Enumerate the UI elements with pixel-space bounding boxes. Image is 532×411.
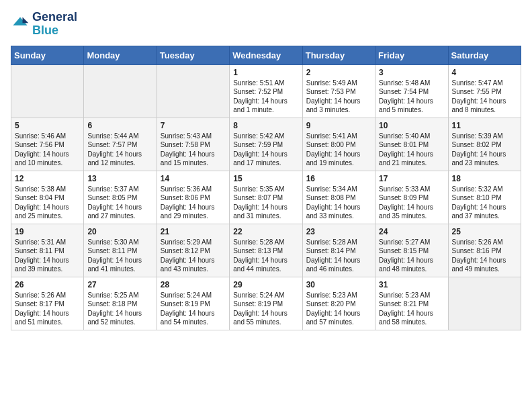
calendar-cell (84, 64, 157, 118)
calendar-header-row: SundayMondayTuesdayWednesdayThursdayFrid… (11, 46, 521, 64)
day-number: 7 (161, 121, 226, 130)
calendar-cell (11, 64, 84, 118)
calendar-cell (157, 64, 229, 118)
calendar-cell: 12Sunrise: 5:38 AM Sunset: 8:04 PM Dayli… (11, 171, 84, 224)
cell-info: Sunrise: 5:28 AM Sunset: 8:13 PM Dayligh… (233, 238, 298, 274)
page-header: General Blue (11, 11, 521, 38)
cell-info: Sunrise: 5:25 AM Sunset: 8:18 PM Dayligh… (87, 291, 152, 327)
cell-info: Sunrise: 5:26 AM Sunset: 8:16 PM Dayligh… (452, 238, 517, 274)
day-number: 24 (379, 227, 444, 236)
calendar-day-header: Sunday (11, 46, 84, 64)
cell-info: Sunrise: 5:27 AM Sunset: 8:15 PM Dayligh… (379, 238, 444, 274)
calendar-cell: 21Sunrise: 5:29 AM Sunset: 8:12 PM Dayli… (157, 224, 229, 277)
day-number: 10 (379, 121, 444, 130)
cell-info: Sunrise: 5:48 AM Sunset: 7:54 PM Dayligh… (379, 79, 444, 115)
day-number: 25 (452, 227, 517, 236)
day-number: 18 (452, 174, 517, 183)
day-number: 19 (15, 227, 80, 236)
day-number: 15 (233, 174, 298, 183)
cell-info: Sunrise: 5:49 AM Sunset: 7:53 PM Dayligh… (306, 79, 371, 115)
day-number: 16 (306, 174, 371, 183)
calendar-cell: 14Sunrise: 5:36 AM Sunset: 8:06 PM Dayli… (157, 171, 229, 224)
day-number: 13 (87, 174, 152, 183)
calendar-cell: 10Sunrise: 5:40 AM Sunset: 8:01 PM Dayli… (375, 118, 448, 171)
day-number: 3 (379, 68, 444, 77)
calendar-week-row: 1Sunrise: 5:51 AM Sunset: 7:52 PM Daylig… (11, 64, 521, 118)
cell-info: Sunrise: 5:41 AM Sunset: 8:00 PM Dayligh… (306, 132, 371, 168)
logo-icon (11, 15, 30, 34)
calendar-cell: 6Sunrise: 5:44 AM Sunset: 7:57 PM Daylig… (84, 118, 157, 171)
calendar-cell: 19Sunrise: 5:31 AM Sunset: 8:11 PM Dayli… (11, 224, 84, 277)
calendar-cell: 9Sunrise: 5:41 AM Sunset: 8:00 PM Daylig… (302, 118, 375, 171)
calendar-cell: 17Sunrise: 5:33 AM Sunset: 8:09 PM Dayli… (375, 171, 448, 224)
day-number: 14 (161, 174, 226, 183)
day-number: 1 (233, 68, 298, 77)
cell-info: Sunrise: 5:44 AM Sunset: 7:57 PM Dayligh… (87, 132, 152, 168)
cell-info: Sunrise: 5:43 AM Sunset: 7:58 PM Dayligh… (161, 132, 226, 168)
calendar-cell: 22Sunrise: 5:28 AM Sunset: 8:13 PM Dayli… (230, 224, 302, 277)
calendar-cell: 26Sunrise: 5:26 AM Sunset: 8:17 PM Dayli… (11, 277, 84, 330)
day-number: 31 (379, 280, 444, 289)
calendar-cell: 18Sunrise: 5:32 AM Sunset: 8:10 PM Dayli… (448, 171, 521, 224)
calendar-day-header: Thursday (302, 46, 375, 64)
cell-info: Sunrise: 5:32 AM Sunset: 8:10 PM Dayligh… (452, 185, 517, 221)
day-number: 2 (306, 68, 371, 77)
cell-info: Sunrise: 5:24 AM Sunset: 8:19 PM Dayligh… (233, 291, 298, 327)
cell-info: Sunrise: 5:51 AM Sunset: 7:52 PM Dayligh… (233, 79, 298, 115)
calendar-cell: 20Sunrise: 5:30 AM Sunset: 8:11 PM Dayli… (84, 224, 157, 277)
calendar-day-header: Friday (375, 46, 448, 64)
day-number: 22 (233, 227, 298, 236)
day-number: 5 (15, 121, 80, 130)
cell-info: Sunrise: 5:46 AM Sunset: 7:56 PM Dayligh… (15, 132, 80, 168)
day-number: 26 (15, 280, 80, 289)
calendar-week-row: 5Sunrise: 5:46 AM Sunset: 7:56 PM Daylig… (11, 118, 521, 171)
calendar-day-header: Monday (84, 46, 157, 64)
cell-info: Sunrise: 5:26 AM Sunset: 8:17 PM Dayligh… (15, 291, 80, 327)
calendar-cell: 25Sunrise: 5:26 AM Sunset: 8:16 PM Dayli… (448, 224, 521, 277)
calendar-cell (448, 277, 521, 330)
calendar-cell: 13Sunrise: 5:37 AM Sunset: 8:05 PM Dayli… (84, 171, 157, 224)
cell-info: Sunrise: 5:35 AM Sunset: 8:07 PM Dayligh… (233, 185, 298, 221)
cell-info: Sunrise: 5:34 AM Sunset: 8:08 PM Dayligh… (306, 185, 371, 221)
cell-info: Sunrise: 5:38 AM Sunset: 8:04 PM Dayligh… (15, 185, 80, 221)
calendar-cell: 5Sunrise: 5:46 AM Sunset: 7:56 PM Daylig… (11, 118, 84, 171)
logo: General Blue (11, 11, 77, 38)
calendar-cell: 27Sunrise: 5:25 AM Sunset: 8:18 PM Dayli… (84, 277, 157, 330)
calendar-cell: 30Sunrise: 5:23 AM Sunset: 8:20 PM Dayli… (302, 277, 375, 330)
calendar-week-row: 26Sunrise: 5:26 AM Sunset: 8:17 PM Dayli… (11, 277, 521, 330)
calendar-week-row: 19Sunrise: 5:31 AM Sunset: 8:11 PM Dayli… (11, 224, 521, 277)
calendar-cell: 3Sunrise: 5:48 AM Sunset: 7:54 PM Daylig… (375, 64, 448, 118)
cell-info: Sunrise: 5:40 AM Sunset: 8:01 PM Dayligh… (379, 132, 444, 168)
calendar-cell: 2Sunrise: 5:49 AM Sunset: 7:53 PM Daylig… (302, 64, 375, 118)
day-number: 11 (452, 121, 517, 130)
calendar-cell: 28Sunrise: 5:24 AM Sunset: 8:19 PM Dayli… (157, 277, 229, 330)
day-number: 21 (161, 227, 226, 236)
calendar-cell: 1Sunrise: 5:51 AM Sunset: 7:52 PM Daylig… (230, 64, 302, 118)
logo-text: General Blue (32, 11, 77, 38)
calendar-week-row: 12Sunrise: 5:38 AM Sunset: 8:04 PM Dayli… (11, 171, 521, 224)
day-number: 23 (306, 227, 371, 236)
day-number: 8 (233, 121, 298, 130)
day-number: 28 (161, 280, 226, 289)
calendar-cell: 29Sunrise: 5:24 AM Sunset: 8:19 PM Dayli… (230, 277, 302, 330)
cell-info: Sunrise: 5:28 AM Sunset: 8:14 PM Dayligh… (306, 238, 371, 274)
cell-info: Sunrise: 5:36 AM Sunset: 8:06 PM Dayligh… (161, 185, 226, 221)
calendar-cell: 7Sunrise: 5:43 AM Sunset: 7:58 PM Daylig… (157, 118, 229, 171)
calendar-day-header: Tuesday (157, 46, 229, 64)
cell-info: Sunrise: 5:37 AM Sunset: 8:05 PM Dayligh… (87, 185, 152, 221)
day-number: 27 (87, 280, 152, 289)
cell-info: Sunrise: 5:30 AM Sunset: 8:11 PM Dayligh… (87, 238, 152, 274)
day-number: 20 (87, 227, 152, 236)
cell-info: Sunrise: 5:31 AM Sunset: 8:11 PM Dayligh… (15, 238, 80, 274)
calendar-day-header: Wednesday (230, 46, 302, 64)
calendar-cell: 4Sunrise: 5:47 AM Sunset: 7:55 PM Daylig… (448, 64, 521, 118)
calendar-cell: 8Sunrise: 5:42 AM Sunset: 7:59 PM Daylig… (230, 118, 302, 171)
calendar-cell: 23Sunrise: 5:28 AM Sunset: 8:14 PM Dayli… (302, 224, 375, 277)
day-number: 30 (306, 280, 371, 289)
day-number: 4 (452, 68, 517, 77)
day-number: 17 (379, 174, 444, 183)
calendar-cell: 24Sunrise: 5:27 AM Sunset: 8:15 PM Dayli… (375, 224, 448, 277)
cell-info: Sunrise: 5:47 AM Sunset: 7:55 PM Dayligh… (452, 79, 517, 115)
cell-info: Sunrise: 5:29 AM Sunset: 8:12 PM Dayligh… (161, 238, 226, 274)
day-number: 6 (87, 121, 152, 130)
